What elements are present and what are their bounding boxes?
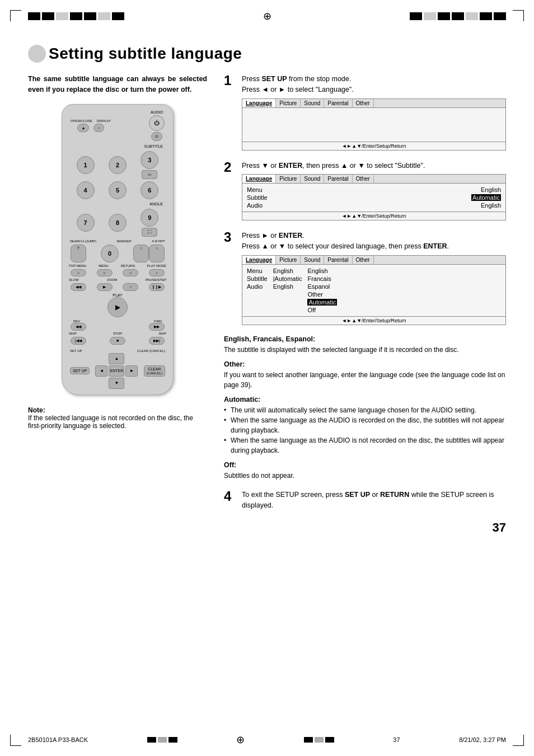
header-block [424, 12, 436, 20]
up-btn[interactable]: ▲ [109, 353, 124, 364]
screen-row-subtitle: Subtitle Automatic [247, 194, 501, 201]
info-section-other: Other: If you want to select another lan… [224, 360, 506, 390]
skip-left-btn[interactable]: |◀◀ [71, 337, 86, 345]
open-close-btn[interactable]: ▲ [77, 124, 89, 132]
power-btn[interactable]: ⏻ [149, 115, 165, 131]
screen-3-col3: English Francais Espanol Other Automatic… [307, 267, 337, 314]
screen-3-col1: Menu Subtitle Audio [247, 267, 268, 314]
search-marker-row: T 0 ○ ○ [68, 245, 167, 262]
right-btn[interactable]: ► [125, 365, 138, 377]
screen-tab-picture-2: Picture [276, 175, 301, 183]
header-block [494, 12, 506, 20]
audio-btn[interactable]: ⊙ [151, 132, 162, 141]
subtitle-btn[interactable]: ▭ [142, 170, 157, 179]
angle-btn[interactable]: ⛶ [142, 228, 157, 237]
search-btn[interactable]: T [71, 245, 86, 262]
auto-item-2: When the same language as the AUDIO is r… [224, 415, 506, 435]
enter-btn-center[interactable]: ENTER [109, 365, 124, 377]
pause-step-btn[interactable]: ○ [123, 283, 138, 291]
remote-control: OPEN/CLOSE DISPLAY ▲ ○ AUDIO ⏻ ⊙ [62, 104, 174, 395]
menu-btn[interactable]: ○ [97, 269, 113, 276]
slow-btn[interactable]: ◀◀ [71, 283, 86, 291]
num-4-btn[interactable]: 4 [77, 181, 95, 199]
num-3-btn[interactable]: 3 [140, 151, 158, 169]
screen-tab-language-1: Language [242, 99, 276, 107]
screen-3: Language Picture Sound Parental Other Me… [242, 255, 506, 325]
skip-right-btn[interactable]: ▶▶| [149, 337, 165, 345]
slow-zoom-row-btns: ◀◀ ▶ ○ ❙❙▶ [68, 283, 167, 291]
clear-btn[interactable]: CLEAR(CANCEL) [144, 365, 165, 377]
header-block [410, 12, 422, 20]
num-2-btn[interactable]: 2 [109, 156, 127, 174]
step-1: 1 Press SET UP from the stop mode. Press… [224, 74, 506, 151]
s3-audio-row: Audio [247, 283, 268, 290]
audio-value: English [481, 202, 501, 209]
info-text-other: If you want to select another language, … [224, 370, 506, 390]
header-block [480, 12, 492, 20]
menu-label: Menu [247, 186, 263, 193]
fwd-btn[interactable]: ▶▶ [149, 323, 165, 331]
screen-tab-parental-3: Parental [324, 256, 352, 264]
rev-btn[interactable]: ◀◀ [71, 323, 86, 331]
screen-1: Language Picture Sound Parental Other ◄►… [242, 98, 506, 151]
num-5-btn[interactable]: 5 [109, 181, 127, 199]
header-blocks-left [28, 12, 124, 20]
header-block [112, 12, 124, 20]
footer-right: 8/21/02, 3:27 PM [459, 736, 506, 743]
registration-mark-top: ⊕ [263, 10, 271, 22]
menu-row-btns: ○ ○ ○ ○ [68, 269, 167, 276]
s3-other: Other [307, 290, 337, 298]
info-text-english: The subtitle is displayed with the selec… [224, 345, 506, 355]
screen-tab-other-1: Other [353, 99, 374, 107]
header-block [42, 12, 54, 20]
left-btn[interactable]: ◄ [95, 365, 107, 377]
num-6-btn[interactable]: 6 [140, 181, 158, 199]
play-btn[interactable]: ▶ [107, 297, 128, 317]
skip-stop-row: |◀◀ ■ ▶▶| [68, 337, 167, 345]
page-number: 37 [224, 520, 506, 535]
marker-btn[interactable]: ○ [133, 245, 149, 262]
screen-row-audio: Audio English [247, 201, 501, 209]
remote-wrapper: OPEN/CLOSE DISPLAY ▲ ○ AUDIO ⏻ ⊙ [28, 104, 207, 395]
num-9-btn[interactable]: 9 [140, 209, 158, 227]
step-4: 4 To exit the SETUP screen, press SET UP… [224, 490, 506, 511]
auto-item-3: When the same language as the AUDIO is n… [224, 435, 506, 456]
slow-zoom-row-labels: SLOW ZOOM PAUSE/STEP [68, 278, 167, 281]
step-1-content: Press SET UP from the stop mode. Press ◄… [242, 74, 506, 151]
num-1-btn[interactable]: 1 [77, 156, 95, 174]
display-btn[interactable]: ○ [93, 124, 104, 132]
top-menu-btn[interactable]: ○ [71, 269, 86, 276]
step-3-number: 3 [224, 231, 237, 244]
ab-rpt-btn[interactable]: ○ [149, 245, 165, 262]
step-2: 2 Press ▼ or ENTER, then press ▲ or ▼ to… [224, 161, 506, 221]
s3-menu-val: English [273, 267, 302, 275]
stop-btn[interactable]: ■ [110, 337, 125, 345]
info-section-automatic: Automatic: The unit will automatically s… [224, 396, 506, 456]
pause-step2-btn[interactable]: ❙❙▶ [149, 283, 165, 291]
header-block [56, 12, 68, 20]
num-0-btn[interactable]: 0 [101, 245, 119, 262]
num-8-btn[interactable]: 8 [109, 214, 127, 232]
num-7-btn[interactable]: 7 [77, 214, 95, 232]
play-label: PLAY [68, 293, 167, 297]
setup-btn[interactable]: SET UP [70, 367, 90, 374]
screen-2-body: Menu English Subtitle Automatic Audio En… [242, 184, 505, 212]
screen-tab-language-2: Language [242, 175, 276, 183]
down-btn[interactable]: ▼ [109, 378, 124, 389]
footer-block [325, 737, 334, 743]
header-block [84, 12, 96, 20]
info-title-english: English, Francais, Espanol: [224, 335, 506, 343]
s3-audio-val: English [273, 283, 302, 290]
step-4-number: 4 [224, 490, 237, 503]
screen-3-body: Menu Subtitle Audio English |Automatic E… [242, 265, 505, 316]
return-btn[interactable]: ○ [123, 269, 138, 276]
subtitle-label: Subtitle [247, 194, 268, 201]
screen-tab-sound-3: Sound [301, 256, 324, 264]
zoom-btn[interactable]: ▶ [97, 283, 113, 291]
footer-block [168, 737, 177, 743]
footer-block [304, 737, 313, 743]
play-mode-btn[interactable]: ○ [149, 269, 165, 276]
s3-off: Off [307, 306, 337, 314]
step-3-text: Press ► or ENTER. Press ▲ or ▼ to select… [242, 231, 506, 252]
step-3-content: Press ► or ENTER. Press ▲ or ▼ to select… [242, 231, 506, 325]
